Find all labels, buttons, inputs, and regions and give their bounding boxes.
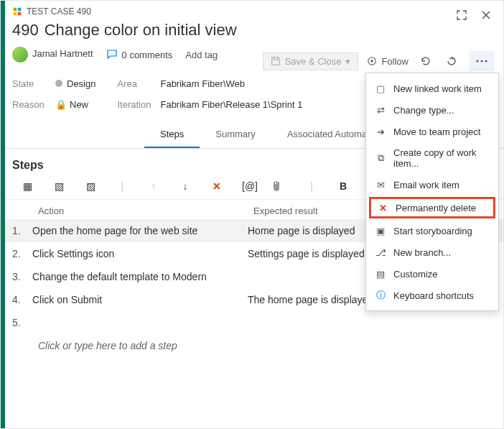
work-item-title[interactable]: Change color on initial view: [45, 21, 237, 39]
reason-value: New: [70, 99, 88, 110]
comments-link[interactable]: 0 comments: [106, 49, 173, 60]
lock-icon: 🔒: [55, 99, 67, 110]
work-item-type-line: TEST CASE 490: [12, 6, 492, 17]
action-toolbar: Save & Close ▾ Follow: [263, 51, 495, 71]
attach-icon[interactable]: [274, 180, 286, 192]
title-row: 490Change color on initial view: [12, 21, 492, 40]
svg-point-8: [485, 60, 487, 63]
menu-new-linked[interactable]: ▢New linked work item: [366, 78, 498, 99]
svg-point-6: [477, 60, 479, 63]
assignee-name: Jamal Hartnett: [32, 48, 93, 59]
close-button[interactable]: [477, 6, 495, 24]
menu-change-type[interactable]: ⇄Change type...: [366, 99, 498, 121]
col-expected: Expected result: [253, 206, 318, 216]
col-action: Action: [38, 206, 253, 216]
insert-step-icon[interactable]: ▦: [21, 180, 34, 192]
delete-step-icon[interactable]: ✕: [210, 180, 223, 192]
tab-steps[interactable]: Steps: [144, 121, 200, 148]
svg-rect-1: [18, 8, 21, 11]
avatar: [12, 47, 28, 63]
iteration-value: Fabrikam Fiber\Release 1\Sprint 1: [160, 99, 302, 110]
insert-param-icon[interactable]: ▨: [84, 180, 97, 192]
divider-icon: |: [116, 180, 129, 192]
assignee[interactable]: Jamal Hartnett: [12, 47, 93, 63]
area-field[interactable]: AreaFabrikam Fiber\Web: [117, 78, 302, 89]
divider-icon: |: [305, 180, 318, 192]
follow-icon: [367, 56, 377, 66]
save-icon: [271, 56, 281, 66]
area-label: Area: [117, 78, 160, 89]
revert-button[interactable]: [443, 52, 460, 70]
follow-label: Follow: [381, 56, 409, 67]
iteration-label: Iteration: [117, 99, 160, 110]
iteration-field[interactable]: IterationFabrikam Fiber\Release 1\Sprint…: [117, 99, 302, 110]
delete-icon: ✕: [377, 202, 388, 213]
window-controls: [453, 6, 495, 24]
state-value: Design: [67, 78, 95, 89]
add-tag[interactable]: Add tag: [185, 50, 218, 60]
chevron-down-icon: ▾: [345, 56, 350, 67]
menu-copy-item[interactable]: ⧉Create copy of work item...: [366, 142, 498, 174]
insert-shared-icon[interactable]: ▧: [52, 180, 65, 192]
tab-summary[interactable]: Summary: [200, 121, 271, 148]
save-label: Save & Close: [285, 56, 342, 67]
branch-icon: ⎇: [375, 246, 386, 258]
change-type-icon: ⇄: [375, 104, 386, 116]
state-label: State: [12, 78, 55, 89]
comments-count: 0 comments: [122, 50, 173, 60]
context-menu: ▢New linked work item ⇄Change type... ➔M…: [365, 73, 499, 311]
email-icon: ✉: [375, 179, 386, 190]
work-item-id: 490: [12, 21, 39, 39]
work-item-type-label: TEST CASE 490: [27, 6, 91, 17]
svg-rect-0: [14, 8, 17, 11]
bold-icon[interactable]: B: [337, 180, 350, 192]
svg-point-7: [481, 60, 483, 63]
storyboard-icon: ▣: [375, 225, 386, 236]
svg-point-5: [371, 60, 374, 63]
more-actions-button[interactable]: [469, 51, 495, 71]
save-close-button[interactable]: Save & Close ▾: [263, 52, 359, 70]
info-icon: ⓘ: [375, 290, 386, 301]
move-down-icon[interactable]: ↓: [179, 180, 192, 192]
menu-move-project[interactable]: ➔Move to team project: [366, 121, 498, 142]
customize-icon: ▤: [375, 268, 386, 280]
svg-rect-2: [14, 12, 17, 15]
reason-field[interactable]: Reason🔒New: [12, 99, 95, 110]
state-dot-icon: [55, 80, 62, 87]
menu-shortcuts[interactable]: ⓘKeyboard shortcuts: [366, 285, 498, 306]
menu-storyboard[interactable]: ▣Start storyboarding: [366, 220, 498, 241]
menu-permanently-delete[interactable]: ✕Permanently delete: [369, 197, 495, 218]
test-case-icon: [12, 6, 22, 17]
menu-new-branch[interactable]: ⎇New branch...: [366, 241, 498, 263]
move-icon: ➔: [375, 126, 386, 137]
step-row[interactable]: 5.: [1, 311, 503, 334]
fullscreen-button[interactable]: [453, 6, 470, 24]
copy-icon: ⧉: [375, 152, 386, 164]
move-up-icon[interactable]: ↑: [147, 180, 160, 192]
area-value: Fabrikam Fiber\Web: [160, 78, 245, 89]
follow-button[interactable]: Follow: [367, 56, 409, 67]
refresh-button[interactable]: [417, 52, 434, 70]
reason-label: Reason: [12, 99, 55, 110]
svg-rect-3: [18, 12, 21, 15]
add-step-placeholder[interactable]: Click or type here to add a step: [1, 334, 503, 357]
state-field[interactable]: StateDesign: [12, 78, 95, 89]
link-icon: ▢: [375, 83, 386, 94]
mention-icon[interactable]: [@]: [242, 180, 255, 192]
menu-customize[interactable]: ▤Customize: [366, 263, 498, 285]
accent-bar: [1, 1, 5, 428]
comment-icon: [106, 49, 118, 60]
menu-email[interactable]: ✉Email work item: [366, 174, 498, 195]
